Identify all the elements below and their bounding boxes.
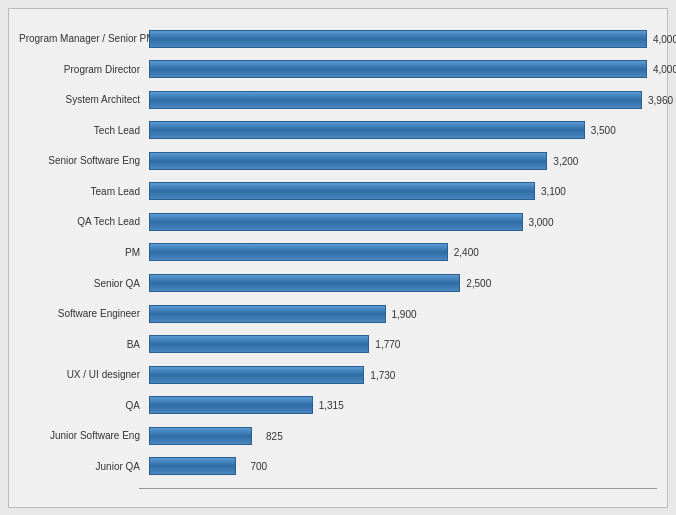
bar-value: 825 <box>266 430 283 441</box>
bar-label: QA Tech Lead <box>19 216 144 227</box>
bar-row: QA1,315 <box>149 394 647 416</box>
bar: 1,315 <box>149 396 313 414</box>
bar-label: Software Engineer <box>19 308 144 319</box>
bar-label: BA <box>19 339 144 350</box>
bar-label: UX / UI designer <box>19 369 144 380</box>
bar-value: 2,500 <box>466 278 491 289</box>
bar-value: 3,100 <box>541 186 566 197</box>
bar-value: 2,400 <box>454 247 479 258</box>
bar-track: 2,400 <box>149 243 647 261</box>
bar-row: Senior Software Eng3,200 <box>149 150 647 172</box>
bar-value: 3,500 <box>591 125 616 136</box>
bar-track: 1,770 <box>149 335 647 353</box>
bar-track: 1,315 <box>149 396 647 414</box>
bar-row: Junior QA700 <box>149 455 647 477</box>
bar-track: 2,500 <box>149 274 647 292</box>
bar-label: Senior QA <box>19 278 144 289</box>
bar: 2,400 <box>149 243 448 261</box>
bar-label: Program Manager / Senior PM <box>19 33 144 44</box>
chart-area: Program Manager / Senior PM4,000Program … <box>19 19 657 487</box>
bar-track: 3,200 <box>149 152 647 170</box>
bar-row: Tech Lead3,500 <box>149 119 647 141</box>
bar-track: 4,000 <box>149 30 647 48</box>
bar-track: 3,100 <box>149 182 647 200</box>
bar-row: Program Director4,000 <box>149 58 647 80</box>
bar: 4,000 <box>149 30 647 48</box>
bar-value: 1,900 <box>392 308 417 319</box>
bar-row: Senior QA2,500 <box>149 272 647 294</box>
bar-track: 1,900 <box>149 305 647 323</box>
bar-value: 3,000 <box>528 216 553 227</box>
bar-track: 700 <box>149 457 647 475</box>
bar: 1,730 <box>149 366 364 384</box>
bar: 3,000 <box>149 213 523 231</box>
bar-value: 1,315 <box>319 400 344 411</box>
bar-value: 1,730 <box>370 369 395 380</box>
bar: 825 <box>149 427 252 445</box>
bar-row: BA1,770 <box>149 333 647 355</box>
bar-row: System Architect3,960 <box>149 89 647 111</box>
bar: 4,000 <box>149 60 647 78</box>
bar-value: 4,000 <box>653 64 676 75</box>
bar-row: Software Engineer1,900 <box>149 303 647 325</box>
bar-track: 825 <box>149 427 647 445</box>
bar-row: PM2,400 <box>149 241 647 263</box>
bar-label: Senior Software Eng <box>19 155 144 166</box>
bar-label: Junior Software Eng <box>19 430 144 441</box>
bar-label: System Architect <box>19 94 144 105</box>
bar-track: 3,000 <box>149 213 647 231</box>
bar-track: 3,960 <box>149 91 647 109</box>
bar-label: QA <box>19 400 144 411</box>
bar-label: Junior QA <box>19 461 144 472</box>
bar-track: 3,500 <box>149 121 647 139</box>
bar-row: Program Manager / Senior PM4,000 <box>149 28 647 50</box>
axis-bottom <box>139 488 657 489</box>
bar-value: 3,960 <box>648 94 673 105</box>
bar-label: Team Lead <box>19 186 144 197</box>
bar-value: 4,000 <box>653 33 676 44</box>
bar-label: Program Director <box>19 64 144 75</box>
bar-value: 3,200 <box>553 155 578 166</box>
bar-label: PM <box>19 247 144 258</box>
chart-container: Program Manager / Senior PM4,000Program … <box>8 8 668 508</box>
bar-row: UX / UI designer1,730 <box>149 364 647 386</box>
bar: 2,500 <box>149 274 460 292</box>
bar-row: Team Lead3,100 <box>149 180 647 202</box>
bar-track: 4,000 <box>149 60 647 78</box>
bar-label: Tech Lead <box>19 125 144 136</box>
bar-row: QA Tech Lead3,000 <box>149 211 647 233</box>
bar: 3,100 <box>149 182 535 200</box>
bar-row: Junior Software Eng825 <box>149 425 647 447</box>
bar-value: 700 <box>250 461 267 472</box>
bar-value: 1,770 <box>375 339 400 350</box>
bar-track: 1,730 <box>149 366 647 384</box>
bar: 1,900 <box>149 305 386 323</box>
bar: 3,960 <box>149 91 642 109</box>
bar: 3,200 <box>149 152 547 170</box>
bar: 700 <box>149 457 236 475</box>
bar: 1,770 <box>149 335 369 353</box>
bar: 3,500 <box>149 121 585 139</box>
